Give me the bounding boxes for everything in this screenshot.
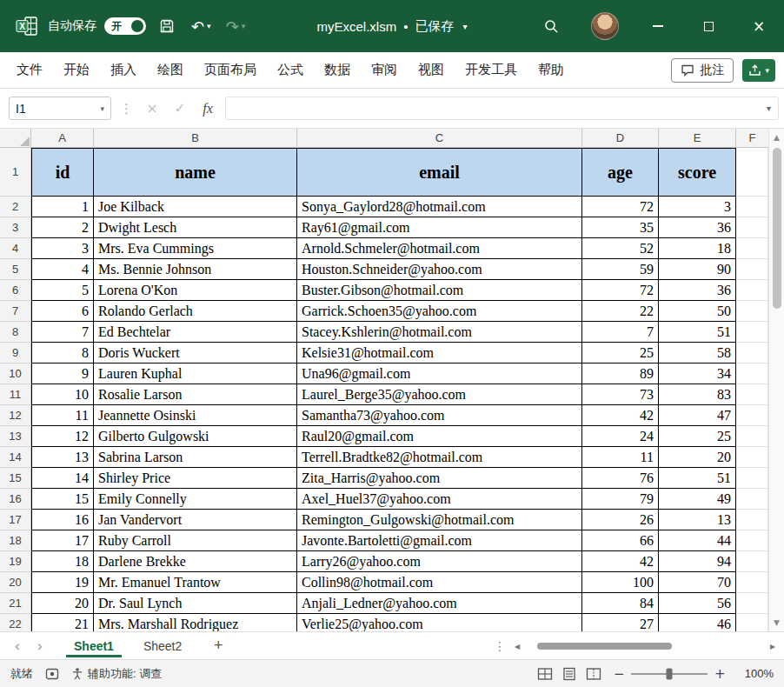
avatar[interactable] bbox=[591, 12, 619, 40]
row-header-11[interactable]: 11 bbox=[0, 384, 31, 405]
cell[interactable]: 26 bbox=[582, 510, 659, 530]
cell[interactable]: 7 bbox=[582, 322, 659, 343]
ribbon-tab-1[interactable]: 开始 bbox=[54, 56, 99, 84]
cell[interactable]: 70 bbox=[659, 572, 736, 593]
sheetbar-more-icon[interactable]: ⋮ bbox=[487, 639, 513, 653]
row-header-20[interactable]: 20 bbox=[0, 572, 31, 593]
cell[interactable]: 49 bbox=[659, 489, 736, 510]
autosave-toggle[interactable]: 开 bbox=[104, 17, 146, 35]
undo-button[interactable]: ↶ ▾ bbox=[188, 11, 215, 41]
cell[interactable]: 44 bbox=[659, 530, 736, 551]
cell[interactable]: Sonya_Gaylord28@hotmail.com bbox=[297, 197, 582, 217]
header-cell-age[interactable]: age bbox=[582, 148, 659, 197]
zoom-in-button[interactable]: + bbox=[714, 666, 725, 682]
cell[interactable]: Samantha73@yahoo.com bbox=[297, 405, 582, 426]
horizontal-scrollbar-thumb[interactable] bbox=[537, 643, 672, 650]
vertical-scrollbar-thumb[interactable] bbox=[773, 148, 781, 309]
row-header-7[interactable]: 7 bbox=[0, 301, 31, 322]
cell[interactable]: Ray61@gmail.com bbox=[297, 217, 582, 238]
search-button[interactable] bbox=[534, 11, 568, 41]
cell[interactable]: Doris Wuckert bbox=[94, 343, 297, 364]
cell[interactable]: 25 bbox=[582, 343, 659, 364]
cell[interactable]: 51 bbox=[659, 468, 736, 489]
close-button[interactable]: × bbox=[734, 0, 784, 52]
cell[interactable]: Laurel_Berge35@yahoo.com bbox=[297, 384, 582, 405]
cell[interactable]: 11 bbox=[582, 447, 659, 468]
cell[interactable]: Dr. Saul Lynch bbox=[94, 593, 297, 614]
row-header-16[interactable]: 16 bbox=[0, 489, 31, 510]
horizontal-scrollbar-track[interactable] bbox=[525, 641, 765, 651]
cell[interactable]: 20 bbox=[659, 447, 736, 468]
cell[interactable]: 13 bbox=[31, 447, 94, 468]
empty-cell[interactable] bbox=[736, 572, 768, 593]
header-cell-email[interactable]: email bbox=[297, 148, 582, 197]
cell[interactable]: 12 bbox=[31, 426, 94, 447]
ribbon-tab-5[interactable]: 公式 bbox=[268, 56, 313, 84]
empty-cell[interactable] bbox=[736, 468, 768, 489]
row-header-15[interactable]: 15 bbox=[0, 468, 31, 489]
cell[interactable]: Gilberto Gulgowski bbox=[94, 426, 297, 447]
ribbon-tab-7[interactable]: 审阅 bbox=[362, 56, 407, 84]
empty-cell[interactable] bbox=[736, 489, 768, 510]
column-header-C[interactable]: C bbox=[297, 129, 582, 148]
cell[interactable]: Lorena O'Kon bbox=[94, 280, 297, 301]
ribbon-tab-6[interactable]: 数据 bbox=[315, 56, 360, 84]
column-header-F[interactable]: F bbox=[736, 129, 768, 148]
scroll-right-icon[interactable]: ▸ bbox=[770, 640, 775, 652]
cell[interactable]: 6 bbox=[31, 301, 94, 322]
cell[interactable]: Javonte.Bartoletti@gmail.com bbox=[297, 530, 582, 551]
cell[interactable]: 14 bbox=[31, 468, 94, 489]
select-all-corner[interactable] bbox=[0, 129, 31, 148]
empty-cell[interactable] bbox=[736, 551, 768, 572]
cell[interactable]: Emily Connelly bbox=[94, 489, 297, 510]
column-header-D[interactable]: D bbox=[582, 129, 659, 148]
cell[interactable]: Mrs. Eva Cummings bbox=[94, 238, 297, 259]
row-header-17[interactable]: 17 bbox=[0, 510, 31, 530]
cell[interactable]: Joe Kilback bbox=[94, 197, 297, 217]
cell[interactable]: 42 bbox=[582, 551, 659, 572]
cell[interactable]: 24 bbox=[582, 426, 659, 447]
redo-button[interactable]: ↷ ▾ bbox=[223, 11, 249, 41]
row-header-22[interactable]: 22 bbox=[0, 614, 31, 631]
cell[interactable]: 84 bbox=[582, 593, 659, 614]
cell[interactable]: 19 bbox=[31, 572, 94, 593]
empty-cell[interactable] bbox=[736, 197, 768, 217]
cell[interactable]: 18 bbox=[659, 238, 736, 259]
cell[interactable]: 73 bbox=[582, 384, 659, 405]
cell[interactable]: 90 bbox=[659, 259, 736, 280]
cell[interactable]: 35 bbox=[582, 217, 659, 238]
cell[interactable]: 72 bbox=[582, 197, 659, 217]
cell[interactable]: 7 bbox=[31, 322, 94, 343]
row-header-6[interactable]: 6 bbox=[0, 280, 31, 301]
empty-cell[interactable] bbox=[736, 405, 768, 426]
ribbon-tab-0[interactable]: 文件 bbox=[7, 56, 52, 84]
cell[interactable]: Larry26@yahoo.com bbox=[297, 551, 582, 572]
cell[interactable]: Jan Vandervort bbox=[94, 510, 297, 530]
sheet-tab-sheet1[interactable]: Sheet1 bbox=[59, 632, 129, 659]
cell[interactable]: 89 bbox=[582, 364, 659, 384]
cell[interactable]: 36 bbox=[659, 217, 736, 238]
row-header-18[interactable]: 18 bbox=[0, 530, 31, 551]
document-title[interactable]: myExcel.xlsm • 已保存 ▾ bbox=[317, 18, 468, 35]
zoom-percentage[interactable]: 100% bbox=[737, 667, 774, 680]
cell[interactable]: 58 bbox=[659, 343, 736, 364]
cell[interactable]: 21 bbox=[31, 614, 94, 631]
cell[interactable]: 3 bbox=[659, 197, 736, 217]
empty-cell[interactable] bbox=[736, 238, 768, 259]
cell[interactable]: Jeannette Osinski bbox=[94, 405, 297, 426]
share-button[interactable]: ▾ bbox=[742, 59, 775, 82]
column-header-B[interactable]: B bbox=[94, 129, 297, 148]
scroll-left-icon[interactable]: ◂ bbox=[515, 640, 520, 652]
cell[interactable]: 34 bbox=[659, 364, 736, 384]
empty-cell[interactable] bbox=[736, 384, 768, 405]
cell[interactable]: 79 bbox=[582, 489, 659, 510]
cell[interactable]: Zita_Harris@yahoo.com bbox=[297, 468, 582, 489]
cell[interactable]: 42 bbox=[582, 405, 659, 426]
cell[interactable]: Shirley Price bbox=[94, 468, 297, 489]
cell[interactable]: 100 bbox=[582, 572, 659, 593]
cell[interactable]: 9 bbox=[31, 364, 94, 384]
empty-cell[interactable] bbox=[736, 510, 768, 530]
ribbon-tab-3[interactable]: 绘图 bbox=[148, 56, 193, 84]
cell[interactable]: Lauren Kuphal bbox=[94, 364, 297, 384]
cell[interactable]: 2 bbox=[31, 217, 94, 238]
